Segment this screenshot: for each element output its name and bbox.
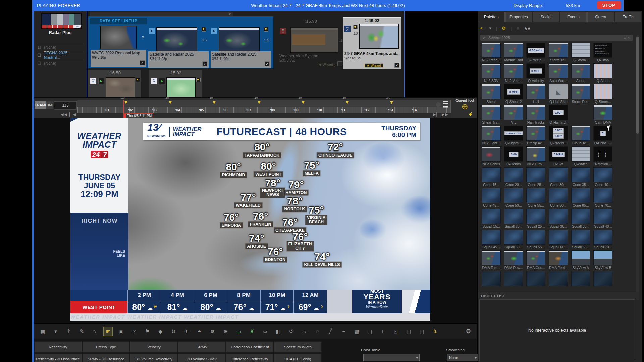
palette-thumbnail[interactable] — [593, 105, 612, 120]
palette-thumbnail[interactable] — [482, 271, 501, 286]
palette-thumbnail[interactable] — [482, 63, 501, 78]
dataset-checkbox[interactable]: ✓ — [394, 63, 399, 68]
palette-item[interactable]: Cone 65... — [571, 188, 590, 207]
step-forward-buttons[interactable]: ▶▏ ▶▶ — [433, 112, 449, 117]
palette-item[interactable]: SkyView B — [593, 250, 612, 270]
collapse-chevron-icon[interactable]: ∨ — [516, 26, 520, 31]
palette-thumbnail[interactable] — [482, 126, 501, 141]
palette-item[interactable]: NL2 Turb... — [526, 146, 545, 166]
palette-item[interactable]: Squall 15... — [482, 209, 501, 228]
palette-thumbnail[interactable] — [571, 167, 590, 182]
palette-thumbnail[interactable] — [504, 188, 523, 203]
pencil-icon[interactable]: ✎ — [77, 327, 86, 336]
plane-icon[interactable]: ✈ — [182, 327, 191, 336]
palette-item[interactable]: Alerts — [571, 63, 590, 83]
palette-item[interactable]: DMA Dew... — [504, 250, 523, 270]
dataset-thumbnail[interactable] — [156, 27, 197, 51]
palette-item[interactable]: Squall 25... — [526, 209, 545, 228]
palette-thumbnail[interactable] — [482, 167, 501, 182]
eraser-icon[interactable]: ▱ — [300, 327, 309, 336]
palette-thumbnail[interactable]: STRIKES: 1,000 — [504, 126, 523, 141]
chevron-down-icon[interactable]: ∨ — [142, 35, 144, 39]
save-icon[interactable]: ▦ — [38, 327, 47, 336]
palette-item[interactable]: Shear — [482, 84, 501, 104]
palette-thumbnail[interactable] — [593, 84, 612, 99]
palette-item[interactable]: Cone 40... — [593, 167, 612, 187]
palette-item[interactable]: Cone 35... — [571, 167, 590, 187]
panorama-icon[interactable]: ◫ — [405, 327, 413, 336]
palette-thumbnail[interactable] — [526, 146, 545, 162]
link-icon[interactable]: ∞ — [261, 327, 269, 336]
palette-item[interactable]: 0.00 in/hrQ-Precip... — [526, 43, 545, 62]
palette-thumbnail[interactable] — [571, 63, 590, 78]
palette-thumbnail[interactable] — [593, 63, 612, 78]
palette-item[interactable] — [549, 271, 568, 287]
product-button[interactable]: Reflectivity - 3D Isosurface — [34, 353, 82, 362]
palette-item[interactable]: Squall 70... — [593, 230, 612, 249]
chevron-down-icon[interactable]: ∨ — [229, 12, 231, 16]
settings-gear-icon[interactable]: ⚙ — [466, 328, 471, 335]
lightning-icon[interactable]: ↯ — [431, 327, 439, 336]
palette-thumbnail[interactable] — [504, 271, 523, 286]
palette-item[interactable]: Squall 35... — [571, 209, 590, 228]
duplicate-icon[interactable]: ▣ — [117, 327, 125, 336]
vector-square-icon[interactable]: ▢ — [365, 327, 374, 336]
palette-thumbnail[interactable] — [571, 146, 590, 162]
dataset-card[interactable]: :15.98 WXA :15 Weather Alert System 3/31… — [278, 19, 344, 68]
time-mode-button[interactable]: TIME — [46, 101, 53, 109]
palette-thumbnail[interactable] — [504, 43, 523, 58]
section-close-icon[interactable]: × — [627, 36, 631, 40]
palette-item[interactable]: Cone 60... — [549, 188, 568, 207]
image-icon[interactable]: ▩ — [352, 327, 361, 336]
rotate-icon[interactable]: ↻ — [169, 327, 178, 336]
palette-item[interactable]: Cone 45... — [482, 188, 501, 207]
select-cursor-icon[interactable]: ↖ — [91, 327, 99, 336]
show-slot-item[interactable]: Ω(None) — [37, 43, 84, 51]
palette-thumbnail[interactable] — [593, 230, 612, 245]
palette-item[interactable]: Squall 55... — [526, 230, 545, 249]
transition-icon[interactable]: ► — [149, 28, 155, 34]
palette-item[interactable]: Precip Ac... — [526, 126, 545, 145]
palette-item[interactable]: Squall 20... — [504, 209, 523, 228]
stop-button[interactable]: STOP — [597, 1, 621, 9]
palette-thumbnail[interactable] — [504, 105, 523, 120]
dataset-checkbox[interactable] — [337, 61, 342, 66]
palette-item[interactable]: Cone 70... — [593, 188, 612, 207]
palette-thumbnail[interactable] — [593, 167, 612, 182]
palette-thumbnail[interactable] — [549, 209, 568, 224]
palette-thumbnail[interactable]: 0 MPH — [526, 63, 545, 78]
contour-icon[interactable]: ≋ — [208, 327, 217, 336]
palette-item[interactable]: TORNADO IMPACT: 0HAIL IMPACT: 0WIND IMPA… — [593, 43, 612, 62]
palette-item[interactable]: Cone 55... — [526, 188, 545, 207]
palette-thumbnail[interactable] — [504, 63, 523, 78]
product-button[interactable]: HCA (EEC only) — [274, 353, 322, 362]
palette-item[interactable]: Hail Tracks — [526, 105, 545, 124]
palette-thumbnail[interactable] — [549, 230, 568, 245]
palette-item[interactable]: Cone 20... — [504, 167, 523, 187]
palette-thumbnail[interactable] — [526, 84, 545, 99]
pin-icon[interactable]: ⚑ — [143, 327, 152, 336]
globe-icon[interactable]: ⊕ — [221, 327, 230, 336]
palette-item[interactable]: DMA Tem... — [482, 250, 501, 270]
palette-thumbnail[interactable] — [549, 63, 568, 78]
palette-item[interactable]: DMA Feel... — [549, 250, 568, 270]
dataset-card[interactable]: :15.02 WXIM ▶ — [149, 70, 202, 97]
tab-social[interactable]: Social — [533, 12, 559, 22]
tab-properties[interactable]: Properties — [505, 12, 532, 22]
shield-icon[interactable]: ◆ — [156, 327, 165, 336]
palette-thumbnail[interactable]: ◣ — [549, 84, 568, 99]
palette-thumbnail[interactable] — [571, 230, 590, 245]
palette-thumbnail[interactable] — [526, 188, 545, 203]
palette-thumbnail[interactable] — [549, 43, 568, 58]
save-caret-icon[interactable]: ▾ — [51, 327, 60, 336]
palette-item[interactable]: Mosaic Rad — [504, 43, 523, 62]
palette-item[interactable]: NL2 Light... — [482, 126, 501, 145]
dataset-card-selected[interactable]: 1:46.02 WX24 :10 24-7 GRAF 4km Temps and… — [343, 17, 401, 69]
palette-item[interactable] — [593, 271, 612, 287]
palette-item[interactable]: Squall 40... — [593, 209, 612, 228]
palette-item[interactable]: Squall 30... — [549, 209, 568, 228]
palette-item[interactable]: Shear Tra... — [482, 105, 501, 124]
product-button[interactable]: Spectrum Width — [274, 341, 322, 353]
palette-item[interactable]: Q-Watch — [571, 146, 590, 166]
palette-scrollbar-thumb[interactable] — [636, 37, 639, 134]
